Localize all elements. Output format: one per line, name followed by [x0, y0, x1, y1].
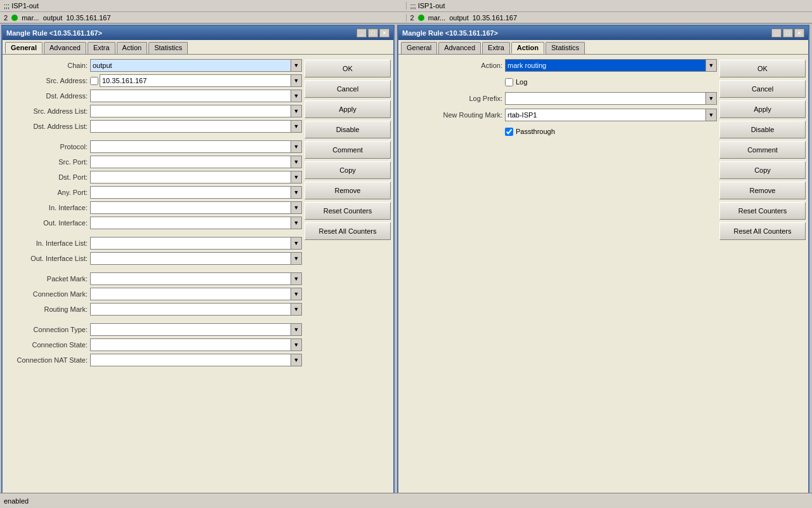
any-port-dropdown-btn[interactable]: ▼	[291, 186, 302, 199]
in-interface-dropdown-btn[interactable]: ▼	[291, 201, 302, 214]
left-maximize-button[interactable]: □	[368, 29, 378, 37]
tab-general[interactable]: General	[5, 42, 43, 54]
src-address-checkbox[interactable]	[90, 77, 98, 85]
passthrough-checkbox[interactable]	[505, 128, 513, 136]
dst-addr-list-input[interactable]	[90, 120, 291, 133]
right-form: Action: ▼ Log Log Prefix: ▼	[401, 58, 717, 501]
left-window-controls[interactable]: _ □ ×	[357, 29, 390, 37]
conn-state-input[interactable]	[90, 338, 291, 351]
right-tab-general[interactable]: General	[401, 42, 437, 54]
right-reset-all-counters-button[interactable]: Reset All Counters	[719, 222, 806, 240]
left-apply-button[interactable]: Apply	[304, 100, 391, 118]
form-row-chain: Chain: ▼	[5, 58, 302, 72]
conn-type-input[interactable]	[90, 323, 291, 336]
action-input[interactable]	[505, 59, 705, 72]
right-close-button[interactable]: ×	[794, 29, 804, 37]
log-checkbox[interactable]	[505, 78, 513, 86]
dst-addr-list-dropdown-btn[interactable]: ▼	[291, 120, 302, 133]
left-remove-button[interactable]: Remove	[304, 182, 391, 199]
out-interface-label: Out. Interface:	[5, 219, 88, 227]
chain-input[interactable]	[90, 59, 291, 72]
log-prefix-input[interactable]	[505, 92, 705, 105]
in-iface-list-dropdown-btn[interactable]: ▼	[291, 237, 302, 250]
right-ok-button[interactable]: OK	[719, 60, 806, 77]
conn-mark-input[interactable]	[90, 288, 291, 300]
tab-statistics[interactable]: Statistics	[148, 42, 188, 54]
packet-mark-dropdown-btn[interactable]: ▼	[291, 272, 302, 285]
conn-mark-dropdown-btn[interactable]: ▼	[291, 288, 302, 300]
new-routing-mark-input[interactable]	[505, 109, 705, 121]
src-address-input[interactable]	[100, 74, 291, 87]
src-address-wrap: ▼	[90, 74, 302, 87]
taskbar-left-type: output	[43, 14, 63, 22]
left-reset-all-counters-button[interactable]: Reset All Counters	[304, 222, 391, 240]
dst-port-dropdown-btn[interactable]: ▼	[291, 171, 302, 184]
right-tab-advanced[interactable]: Advanced	[438, 42, 481, 54]
action-dropdown-btn[interactable]: ▼	[705, 59, 717, 72]
routing-mark-dropdown-btn[interactable]: ▼	[291, 303, 302, 316]
left-cancel-button[interactable]: Cancel	[304, 80, 391, 98]
packet-mark-input[interactable]	[90, 272, 291, 285]
chain-input-wrap: ▼	[90, 59, 302, 72]
right-tabs: General Advanced Extra Action Statistics	[398, 40, 808, 55]
right-remove-button[interactable]: Remove	[719, 182, 806, 199]
src-address-dropdown-btn[interactable]: ▼	[291, 74, 302, 87]
dst-address-dropdown-btn[interactable]: ▼	[291, 90, 302, 102]
tab-action[interactable]: Action	[117, 42, 148, 54]
left-buttons-panel: OK Cancel Apply Disable Comment Copy Rem…	[304, 58, 391, 501]
in-iface-list-input[interactable]	[90, 237, 291, 250]
left-disable-button[interactable]: Disable	[304, 121, 391, 138]
tab-extra[interactable]: Extra	[88, 42, 115, 54]
taskbar-left-isp: ;;; ISP1-out	[0, 2, 407, 10]
new-routing-mark-dropdown-btn[interactable]: ▼	[705, 109, 717, 121]
form-row-passthrough: Passthrough	[401, 124, 717, 138]
dst-port-input[interactable]	[90, 171, 291, 184]
protocol-dropdown-btn[interactable]: ▼	[291, 140, 302, 153]
out-iface-list-dropdown-btn[interactable]: ▼	[291, 252, 302, 265]
form-row-src-port: Src. Port: ▼	[5, 155, 302, 169]
conn-state-dropdown-btn[interactable]: ▼	[291, 338, 302, 351]
in-interface-input[interactable]	[90, 201, 291, 214]
left-reset-counters-button[interactable]: Reset Counters	[304, 202, 391, 220]
left-close-button[interactable]: ×	[379, 29, 390, 37]
right-reset-counters-button[interactable]: Reset Counters	[719, 202, 806, 220]
chain-dropdown-btn[interactable]: ▼	[291, 59, 302, 72]
right-tab-extra[interactable]: Extra	[482, 42, 510, 54]
form-row-conn-mark: Connection Mark: ▼	[5, 287, 302, 301]
dst-address-input[interactable]	[90, 90, 291, 102]
src-addr-list-input[interactable]	[90, 105, 291, 117]
left-comment-button[interactable]: Comment	[304, 141, 391, 159]
right-tab-statistics[interactable]: Statistics	[546, 42, 585, 54]
right-maximize-button[interactable]: □	[783, 29, 793, 37]
right-comment-button[interactable]: Comment	[719, 141, 806, 159]
right-minimize-button[interactable]: _	[771, 29, 782, 37]
out-interface-input[interactable]	[90, 217, 291, 229]
left-minimize-button[interactable]: _	[357, 29, 367, 37]
packet-mark-label: Packet Mark:	[5, 275, 88, 283]
left-ok-button[interactable]: OK	[304, 60, 391, 77]
src-addr-list-dropdown-btn[interactable]: ▼	[291, 105, 302, 117]
right-window-controls[interactable]: _ □ ×	[771, 29, 804, 37]
protocol-input[interactable]	[90, 140, 291, 153]
left-copy-button[interactable]: Copy	[304, 161, 391, 179]
right-apply-button[interactable]: Apply	[719, 100, 806, 118]
left-window-content: Chain: ▼ Src. Address: ▼	[3, 55, 393, 504]
src-port-dropdown-btn[interactable]: ▼	[291, 156, 302, 168]
right-copy-button[interactable]: Copy	[719, 161, 806, 179]
routing-mark-input[interactable]	[90, 303, 291, 316]
right-cancel-button[interactable]: Cancel	[719, 80, 806, 98]
form-row-in-iface-list: In. Interface List: ▼	[5, 236, 302, 250]
out-interface-dropdown-btn[interactable]: ▼	[291, 217, 302, 229]
tab-advanced[interactable]: Advanced	[44, 42, 86, 54]
right-disable-button[interactable]: Disable	[719, 121, 806, 138]
any-port-input[interactable]	[90, 186, 291, 199]
conn-nat-state-input[interactable]	[90, 354, 291, 366]
taskbar-left-text: mar...	[22, 14, 39, 22]
log-prefix-dropdown-btn[interactable]: ▼	[705, 92, 717, 105]
src-port-input[interactable]	[90, 156, 291, 168]
out-iface-list-input[interactable]	[90, 252, 291, 265]
conn-nat-state-dropdown-btn[interactable]: ▼	[291, 354, 302, 366]
conn-type-dropdown-btn[interactable]: ▼	[291, 323, 302, 336]
form-row-any-port: Any. Port: ▼	[5, 185, 302, 199]
right-tab-action[interactable]: Action	[511, 42, 544, 54]
